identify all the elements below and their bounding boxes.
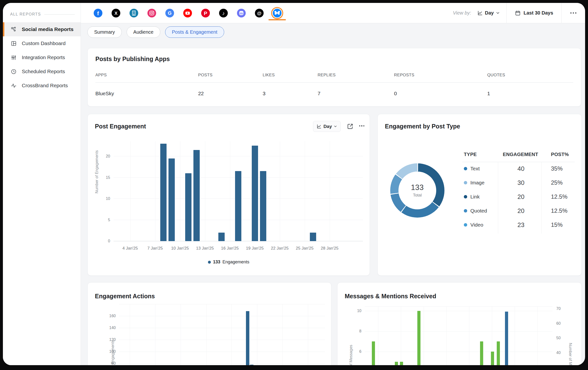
column-header: POSTS — [198, 73, 262, 77]
svg-text:@: @ — [257, 11, 262, 15]
engagement-bar[interactable] — [310, 233, 316, 241]
type-label: Link — [470, 194, 480, 200]
chart-more-button[interactable] — [359, 125, 365, 127]
legend-value: 133 — [213, 260, 220, 265]
engagement-bar[interactable] — [185, 173, 191, 241]
sidebar-section-header: ALL REPORTS — [10, 12, 75, 16]
engagement-bar[interactable] — [218, 233, 225, 241]
engagement-value: 20 — [518, 207, 525, 215]
chart-line-icon — [317, 124, 322, 129]
messages-bar[interactable] — [480, 341, 483, 365]
sidebar-item-custom-dashboard[interactable]: Custom Dashboard — [3, 36, 81, 50]
bluesky-icon[interactable] — [273, 9, 282, 17]
sidebar: ALL REPORTS Social media Reports Custom … — [3, 3, 81, 365]
svg-text:G: G — [168, 11, 172, 16]
mentions-bar[interactable] — [505, 312, 508, 365]
donut-total-label: Total — [413, 193, 422, 198]
chevron-down-icon — [334, 125, 337, 128]
post-type-row[interactable]: Quoted — [464, 208, 487, 214]
engagement-action-bar[interactable] — [250, 365, 253, 365]
export-icon[interactable] — [347, 123, 354, 130]
type-label: Image — [470, 180, 484, 185]
post-type-row[interactable]: Link — [464, 194, 480, 200]
facebook-icon[interactable]: f — [94, 9, 102, 17]
right-y-axis-tick: 60 — [556, 321, 571, 326]
messages-bar[interactable] — [491, 352, 494, 365]
posts-by-publishing-apps-card: Posts by Publishing Apps APPS POSTS LIKE… — [87, 48, 581, 107]
sidebar-item-crossbrand-reports[interactable]: CrossBrand Reports — [3, 78, 81, 93]
gridline — [155, 141, 155, 241]
cell-posts: 22 — [198, 91, 262, 97]
sidebar-item-social-media-reports[interactable]: Social media Reports — [3, 22, 81, 36]
gridline — [114, 156, 363, 156]
post-type-row[interactable]: Video — [464, 222, 483, 228]
gridline — [206, 304, 207, 365]
gridline — [257, 304, 257, 365]
messages-mentions-card: Messages & Mentions Received 10867060504… — [337, 282, 582, 365]
messages-bar[interactable] — [497, 341, 500, 365]
tab-posts-engagement[interactable]: Posts & Engagement — [165, 26, 224, 38]
cell-replies: 7 — [318, 91, 394, 97]
engagement-bar[interactable] — [235, 171, 241, 241]
top-header: fX G P♪m@ View by: Day Last 30 Days — [81, 3, 585, 23]
messages-bar[interactable] — [417, 311, 420, 365]
engagement-bar[interactable] — [193, 150, 200, 241]
sidebar-item-label: CrossBrand Reports — [22, 83, 68, 88]
google-icon[interactable]: G — [165, 9, 174, 17]
messages-bar[interactable] — [372, 341, 375, 365]
x-icon[interactable]: X — [112, 9, 120, 17]
report-content: Summary Audience Posts & Engagement Post… — [81, 23, 585, 365]
x-axis-tick: 25 Jan'25 — [296, 246, 314, 251]
divider — [44, 14, 75, 14]
engagement-bar[interactable] — [252, 146, 258, 241]
view-by-day-dropdown[interactable]: Day — [477, 10, 500, 16]
chart-view-by-dropdown[interactable]: Day — [313, 121, 341, 132]
social-network-switcher: fX G P♪m@ — [94, 9, 291, 17]
tab-audience[interactable]: Audience — [126, 26, 160, 38]
gridline — [446, 306, 447, 365]
app-window: ALL REPORTS Social media Reports Custom … — [3, 3, 585, 365]
messages-bar[interactable] — [400, 362, 403, 365]
sidebar-item-label: Integration Reports — [22, 54, 65, 60]
engagement-action-bar[interactable] — [246, 311, 249, 365]
y-axis-tick: 140 — [101, 326, 116, 330]
post-pct-value: 12.5% — [551, 193, 567, 200]
engagement-bar[interactable] — [260, 171, 266, 241]
company-building-icon[interactable] — [129, 9, 138, 17]
more-options-button[interactable] — [562, 12, 585, 14]
sidebar-section-label: ALL REPORTS — [10, 12, 41, 16]
sidebar-item-scheduled-reports[interactable]: Scheduled Reports — [3, 65, 81, 78]
post-type-row[interactable]: Image — [464, 180, 484, 185]
gridline — [365, 306, 552, 306]
type-color-dot — [464, 181, 467, 185]
gridline — [378, 306, 378, 365]
pinterest-icon[interactable]: P — [201, 9, 210, 17]
messages-bar[interactable] — [395, 362, 398, 365]
svg-text:P: P — [204, 10, 207, 16]
instagram-icon[interactable] — [147, 9, 156, 17]
gridline — [365, 352, 552, 352]
youtube-icon[interactable] — [183, 9, 192, 17]
x-axis-tick: 16 Jan'25 — [221, 246, 239, 251]
type-label: Video — [470, 222, 483, 228]
type-color-dot — [464, 209, 467, 213]
gridline — [537, 306, 538, 365]
right-y-axis-label: Number of Mentions — [568, 343, 573, 365]
gridline — [231, 304, 232, 365]
type-color-dot — [464, 223, 467, 227]
left-y-axis-label: Number of Messages — [349, 345, 353, 365]
sidebar-item-integration-reports[interactable]: Integration Reports — [3, 50, 81, 65]
svg-text:♪: ♪ — [222, 10, 225, 16]
post-type-row[interactable]: Text — [464, 166, 480, 172]
tab-summary[interactable]: Summary — [87, 26, 122, 38]
engagement-bar[interactable] — [168, 158, 175, 241]
table-row[interactable]: BlueSky 22 3 7 0 1 — [95, 91, 573, 97]
mastodon-icon[interactable]: m — [237, 9, 246, 17]
gridline — [130, 304, 130, 365]
date-range-button[interactable]: Last 30 Days — [507, 10, 561, 16]
card-title: Engagement by Post Type — [385, 123, 460, 130]
engagement-value: 20 — [518, 193, 525, 201]
engagement-bar[interactable] — [160, 144, 167, 241]
tiktok-icon[interactable]: ♪ — [219, 9, 228, 17]
threads-icon[interactable]: @ — [255, 9, 264, 17]
